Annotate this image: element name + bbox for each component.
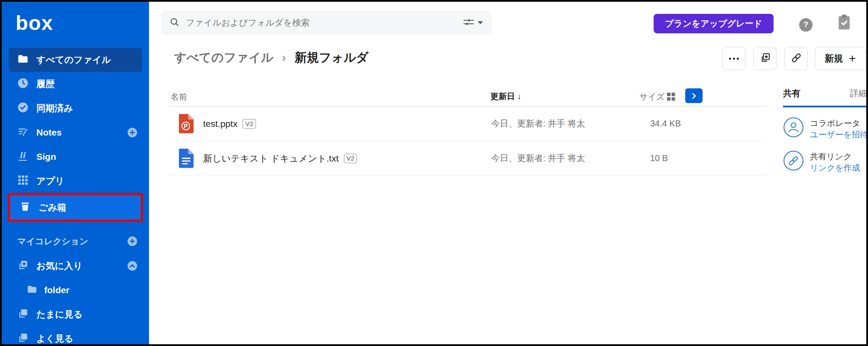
sidebar-item-all-files[interactable]: すべてのファイル xyxy=(9,48,142,72)
sidebar-item-label: 同期済み xyxy=(36,102,73,114)
pptx-file-icon: P xyxy=(178,113,194,136)
file-row[interactable]: 新しいテキスト ドキュメント.txtV2 今日、更新者: 井手 将太 10 B xyxy=(170,141,766,176)
file-updated: 今日、更新者: 井手 将太 xyxy=(491,107,585,141)
active-tab-underline xyxy=(783,106,868,107)
search-bar xyxy=(161,11,491,34)
collection-icon xyxy=(17,308,29,321)
shared-link-circle-icon[interactable] xyxy=(783,150,804,173)
folder-icon xyxy=(17,53,29,66)
collection-icon xyxy=(17,332,29,344)
share-link-button[interactable] xyxy=(784,47,808,70)
file-updated: 今日、更新者: 井手 将太 xyxy=(491,141,585,175)
new-button[interactable]: 新規 + xyxy=(815,47,866,70)
invite-users-link[interactable]: ユーザーを招待 xyxy=(810,129,868,140)
sidebar-item-sometimes-viewed[interactable]: たまに見る xyxy=(2,302,149,327)
shared-link-title: 共有リンク xyxy=(810,151,852,162)
collaborators-title: コラボレータ xyxy=(810,118,860,129)
sidebar-item-sign[interactable]: li Sign xyxy=(2,145,149,169)
sidebar-item-label: アプリ xyxy=(36,175,64,187)
my-collections-header: マイコレクション xyxy=(2,234,149,249)
share-panel: 共有 詳細 コラボレータ ユーザーを招待 共有リンク リンクを作成 xyxy=(774,71,866,344)
sidebar-item-synced[interactable]: 同期済み xyxy=(2,96,149,120)
column-name: 名前 xyxy=(171,91,187,103)
sidebar-item-often-viewed[interactable]: よく見る xyxy=(2,327,149,344)
breadcrumb-current: 新規フォルダ xyxy=(295,51,369,64)
file-name[interactable]: test.pptx xyxy=(203,119,237,129)
sidebar-item-apps[interactable]: アプリ xyxy=(2,169,149,193)
search-icon xyxy=(169,17,180,29)
add-to-collection-button[interactable] xyxy=(753,47,777,70)
favorites-collection-icon xyxy=(17,259,29,272)
sidebar: box すべてのファイル 履歴 同期済み Notes li Sign アプリ xyxy=(2,2,149,344)
txt-file-icon xyxy=(178,148,194,170)
version-badge: V2 xyxy=(243,119,256,129)
collapse-chevron-icon[interactable] xyxy=(127,261,138,272)
file-name[interactable]: 新しいテキスト ドキュメント.txt xyxy=(203,152,339,165)
clock-icon xyxy=(17,78,29,91)
tasks-clipboard-icon[interactable] xyxy=(838,14,851,32)
sidebar-item-folder[interactable]: folder xyxy=(2,278,149,302)
search-input[interactable] xyxy=(186,18,463,28)
check-circle-icon xyxy=(17,102,29,115)
sidebar-item-label: 履歴 xyxy=(36,78,55,90)
column-updated-label: 更新日 xyxy=(490,92,515,101)
tab-share[interactable]: 共有 xyxy=(783,87,800,99)
sliders-icon xyxy=(463,18,474,28)
sort-down-arrow-icon: ↓ xyxy=(517,92,521,101)
sidebar-item-label: folder xyxy=(44,285,69,295)
file-row[interactable]: P test.pptxV2 今日、更新者: 井手 将太 34.4 KB xyxy=(170,107,766,141)
trash-highlight-box: ごみ箱 xyxy=(8,193,143,222)
expand-panel-button[interactable] xyxy=(685,88,703,103)
add-collection-icon[interactable] xyxy=(127,236,138,247)
column-size: サイズ xyxy=(639,91,664,103)
add-note-icon[interactable] xyxy=(127,127,138,138)
svg-text:li: li xyxy=(19,151,26,160)
sidebar-item-trash[interactable]: ごみ箱 xyxy=(10,195,141,220)
svg-text:P: P xyxy=(184,123,188,129)
notes-icon xyxy=(17,126,29,139)
folder-icon xyxy=(27,284,37,296)
new-button-label: 新規 xyxy=(825,52,843,65)
file-list-header: 名前 更新日 ↓ サイズ xyxy=(170,87,766,107)
create-link-link[interactable]: リンクを作成 xyxy=(810,162,860,174)
trash-icon xyxy=(19,201,31,214)
more-options-button[interactable] xyxy=(722,47,745,70)
grid-view-icon[interactable] xyxy=(667,92,676,103)
app-window: box すべてのファイル 履歴 同期済み Notes li Sign アプリ xyxy=(0,0,868,346)
breadcrumb-parent[interactable]: すべてのファイル xyxy=(174,51,273,64)
caret-down-icon xyxy=(478,21,483,24)
sidebar-item-label: お気に入り xyxy=(36,260,82,272)
main-content: プランをアップグレード ? すべてのファイル › 新規フォルダ 新規 + 名前 … xyxy=(149,2,866,344)
sidebar-item-label: Sign xyxy=(36,152,56,162)
bookmark-collection-icon xyxy=(759,52,771,65)
breadcrumb: すべてのファイル › 新規フォルダ xyxy=(174,49,369,66)
file-size: 10 B xyxy=(650,141,668,175)
upgrade-plan-button[interactable]: プランをアップグレード xyxy=(654,14,774,33)
plus-icon: + xyxy=(849,52,856,65)
sidebar-item-notes[interactable]: Notes xyxy=(2,120,149,145)
link-icon xyxy=(790,52,802,65)
sidebar-item-label: Notes xyxy=(36,127,62,138)
sidebar-item-label: すべてのファイル xyxy=(36,54,111,66)
sidebar-item-label: よく見る xyxy=(36,333,73,344)
collaborator-person-icon[interactable] xyxy=(783,117,804,139)
sidebar-item-label: たまに見る xyxy=(36,308,83,320)
my-collections-label: マイコレクション xyxy=(17,236,88,247)
column-updated-sort[interactable]: 更新日 ↓ xyxy=(490,91,521,102)
search-filter-button[interactable] xyxy=(463,18,483,28)
version-badge: V2 xyxy=(344,154,357,163)
sidebar-item-favorites[interactable]: お気に入り xyxy=(2,254,149,278)
tab-details[interactable]: 詳細 xyxy=(850,87,867,99)
box-logo[interactable]: box xyxy=(16,10,149,36)
apps-grid-icon xyxy=(17,175,29,188)
file-size: 34.4 KB xyxy=(650,107,681,141)
signature-icon: li xyxy=(17,150,29,163)
sidebar-item-history[interactable]: 履歴 xyxy=(2,72,149,96)
breadcrumb-separator: › xyxy=(282,51,286,64)
sidebar-item-label: ごみ箱 xyxy=(39,201,66,213)
help-icon[interactable]: ? xyxy=(799,18,813,32)
